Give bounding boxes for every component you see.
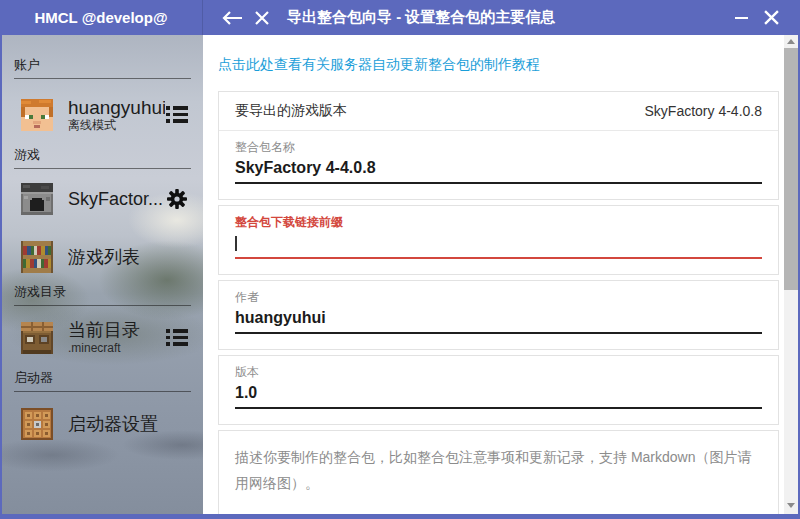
- scrollbar-thumb[interactable]: [784, 48, 798, 290]
- download-prefix-label: 整合包下载链接前缀: [235, 214, 762, 231]
- sidebar-item-current-version[interactable]: SkyFactor...: [2, 177, 203, 221]
- sidebar-item-launcher-settings[interactable]: 启动器设置: [2, 402, 203, 446]
- section-header-account: 账户: [14, 56, 191, 79]
- current-version-label: SkyFactor...: [68, 189, 165, 210]
- modpack-name-label: 整合包名称: [235, 139, 762, 156]
- export-version-value: SkyFactory 4-4.0.8: [645, 103, 763, 119]
- content-inner: 点击此处查看有关服务器自动更新整合包的制作教程 要导出的游戏版本 SkyFact…: [218, 35, 779, 514]
- minimize-button[interactable]: [726, 0, 756, 35]
- account-name: huangyuhui: [68, 97, 165, 118]
- version-field: 版本 1.0: [219, 356, 778, 424]
- sidebar-item-current-directory[interactable]: 当前目录 .minecraft: [2, 314, 203, 361]
- download-prefix-input[interactable]: [235, 231, 762, 259]
- back-arrow-icon[interactable]: [217, 0, 247, 35]
- account-text: huangyuhui 离线模式: [68, 97, 165, 132]
- export-version-card: 要导出的游戏版本 SkyFactory 4-4.0.8 整合包名称 SkyFac…: [218, 91, 779, 200]
- minimize-icon: [735, 17, 748, 19]
- scrollbar[interactable]: [784, 35, 798, 514]
- download-prefix-field: 整合包下载链接前缀: [219, 206, 778, 274]
- crafting-table-icon: [21, 322, 53, 354]
- export-version-label: 要导出的游戏版本: [235, 102, 347, 120]
- download-prefix-card: 整合包下载链接前缀: [218, 205, 779, 275]
- launcher-settings-label: 启动器设置: [68, 414, 165, 435]
- version-settings-button[interactable]: [165, 187, 189, 211]
- tutorial-link[interactable]: 点击此处查看有关服务器自动更新整合包的制作教程: [218, 56, 540, 74]
- cancel-wizard-icon[interactable]: [247, 0, 277, 35]
- app-title: HMCL @develop@: [0, 0, 203, 35]
- main-content: 点击此处查看有关服务器自动更新整合包的制作教程 要导出的游戏版本 SkyFact…: [203, 35, 798, 514]
- author-label: 作者: [235, 289, 762, 306]
- version-label: 版本: [235, 364, 762, 381]
- export-version-row: 要导出的游戏版本 SkyFactory 4-4.0.8: [219, 92, 778, 131]
- current-directory-text: 当前目录 .minecraft: [68, 320, 165, 355]
- bookshelf-icon: [21, 241, 53, 273]
- directory-list-icon[interactable]: [165, 329, 189, 346]
- launcher-settings-text: 启动器设置: [68, 414, 165, 435]
- modpack-name-field: 整合包名称 SkyFactory 4-4.0.8: [219, 131, 778, 199]
- game-list-label: 游戏列表: [68, 247, 165, 268]
- section-header-game: 游戏: [14, 146, 191, 169]
- sidebar-item-account[interactable]: huangyuhui 离线模式: [2, 91, 203, 138]
- window-body: 账户: [2, 35, 798, 514]
- command-block-icon: [21, 408, 53, 440]
- version-card: 版本 1.0: [218, 355, 779, 425]
- section-header-launcher: 启动器: [14, 369, 191, 392]
- author-input[interactable]: huangyuhui: [235, 306, 762, 334]
- version-input[interactable]: 1.0: [235, 381, 762, 409]
- description-textarea[interactable]: 描述你要制作的整合包，比如整合包注意事项和更新记录，支持 Markdown（图片…: [218, 430, 779, 514]
- current-directory-label: 当前目录: [68, 320, 165, 341]
- author-field: 作者 huangyuhui: [219, 281, 778, 349]
- scrollbar-up-icon[interactable]: [784, 35, 798, 48]
- avatar: [21, 99, 53, 131]
- titlebar-main: 导出整合包向导 - 设置整合包的主要信息: [203, 0, 800, 35]
- game-list-text: 游戏列表: [68, 247, 165, 268]
- close-button[interactable]: [756, 0, 786, 35]
- page-title: 导出整合包向导 - 设置整合包的主要信息: [287, 8, 555, 27]
- account-list-icon[interactable]: [165, 106, 189, 123]
- section-header-directories: 游戏目录: [14, 283, 191, 306]
- sidebar: 账户: [2, 35, 203, 514]
- hmcl-window: HMCL @develop@ 导出整合包向导 - 设置整合包的主要信息 账户: [0, 0, 800, 519]
- text-caret: [235, 236, 237, 251]
- current-directory-path: .minecraft: [68, 341, 165, 355]
- titlebar: HMCL @develop@ 导出整合包向导 - 设置整合包的主要信息: [0, 0, 800, 35]
- author-card: 作者 huangyuhui: [218, 280, 779, 350]
- furnace-icon: [21, 183, 53, 215]
- modpack-name-input[interactable]: SkyFactory 4-4.0.8: [235, 156, 762, 184]
- sidebar-item-game-list[interactable]: 游戏列表: [2, 235, 203, 279]
- current-version-text: SkyFactor...: [68, 189, 165, 210]
- gear-icon: [165, 187, 189, 211]
- scrollbar-down-icon[interactable]: [784, 499, 798, 512]
- account-mode: 离线模式: [68, 118, 165, 132]
